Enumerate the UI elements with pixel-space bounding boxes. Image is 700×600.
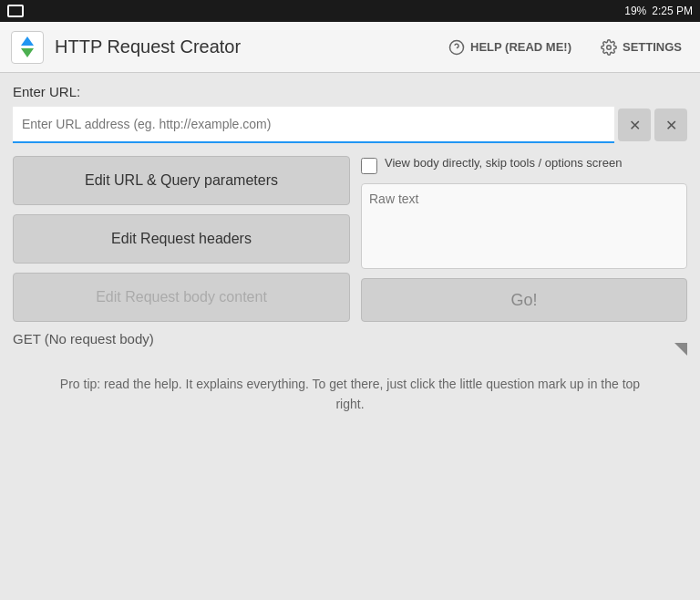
- svg-point-2: [607, 45, 612, 49]
- edit-query-button[interactable]: Edit URL & Query parameters: [13, 156, 350, 205]
- url-clear-button-1[interactable]: ✕: [618, 109, 651, 141]
- url-clear-button-2[interactable]: ✕: [654, 109, 687, 141]
- arrow-down-icon: [21, 48, 34, 57]
- status-bar-right: 19% 2:25 PM: [624, 5, 693, 17]
- go-button[interactable]: Go!: [361, 278, 687, 322]
- app-toolbar: HTTP Request Creator HELP (READ ME!) SET…: [0, 22, 700, 73]
- help-icon: [448, 39, 465, 56]
- two-col-layout: Edit URL & Query parameters Edit Request…: [13, 156, 687, 322]
- arrow-up-icon: [21, 36, 34, 46]
- toolbar-actions: HELP (READ ME!) SETTINGS: [441, 36, 689, 59]
- status-bar-left: [7, 5, 24, 17]
- url-label: Enter URL:: [13, 84, 687, 99]
- right-column: View body directly, skip tools / options…: [361, 156, 687, 322]
- main-content: Enter URL: ✕ ✕ Edit URL & Query paramete…: [0, 73, 700, 600]
- settings-label: SETTINGS: [623, 40, 682, 54]
- close-icon-2: ✕: [665, 117, 677, 134]
- method-text: GET (No request body): [13, 331, 687, 347]
- status-bar: 19% 2:25 PM: [0, 0, 700, 22]
- raw-text-area[interactable]: [361, 183, 687, 269]
- help-label: HELP (READ ME!): [470, 40, 571, 54]
- method-arrow-icon: [674, 343, 687, 356]
- method-row: GET (No request body): [13, 331, 687, 347]
- clock: 2:25 PM: [652, 5, 693, 17]
- app-icon: [11, 31, 44, 64]
- battery-level: 19%: [624, 5, 646, 17]
- left-column: Edit URL & Query parameters Edit Request…: [13, 156, 350, 322]
- app-title-area: HTTP Request Creator: [11, 31, 241, 64]
- close-icon: ✕: [629, 117, 641, 134]
- view-body-checkbox[interactable]: [361, 158, 377, 174]
- http-arrows-icon: [21, 36, 34, 57]
- settings-button[interactable]: SETTINGS: [593, 36, 689, 59]
- app-title: HTTP Request Creator: [55, 36, 241, 57]
- help-button[interactable]: HELP (READ ME!): [441, 36, 579, 59]
- gear-icon: [601, 39, 617, 56]
- view-body-checkbox-row: View body directly, skip tools / options…: [361, 156, 687, 174]
- edit-headers-button[interactable]: Edit Request headers: [13, 214, 350, 264]
- screen-icon: [7, 5, 24, 17]
- edit-body-button[interactable]: Edit Request body content: [13, 273, 350, 322]
- url-input[interactable]: [13, 107, 614, 143]
- view-body-label: View body directly, skip tools / options…: [385, 156, 622, 171]
- url-input-row: ✕ ✕: [13, 107, 687, 143]
- pro-tip: Pro tip: read the help. It explains ever…: [13, 374, 687, 415]
